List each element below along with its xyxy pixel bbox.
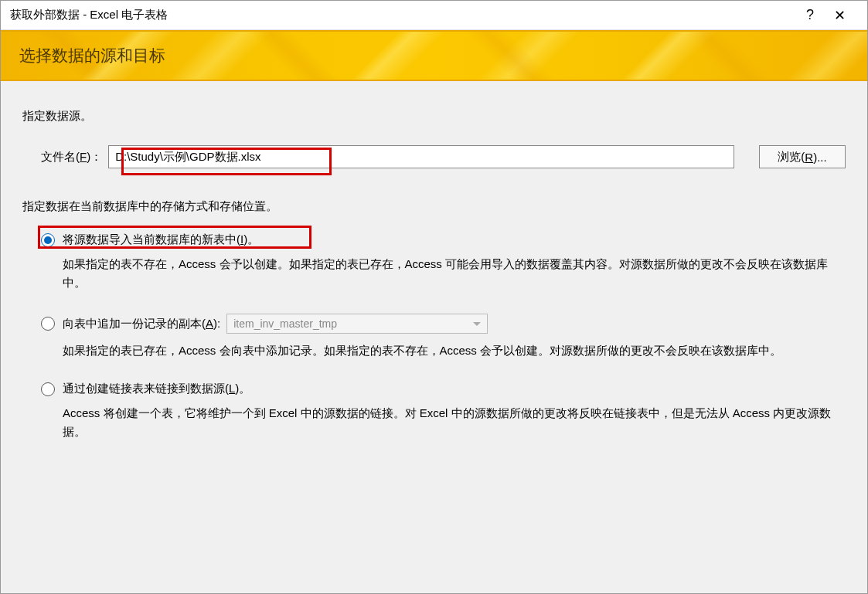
dialog-window: 获取外部数据 - Excel 电子表格 ? ✕ 选择数据的源和目标 指定数据源。…	[0, 0, 868, 594]
filename-input[interactable]	[108, 145, 734, 168]
browse-button[interactable]: 浏览(R)...	[759, 145, 846, 168]
dialog-content: 指定数据源。 文件名(F)： 浏览(R)... 指定数据在当前数据库中的存储方式…	[1, 81, 867, 441]
file-label: 文件名(F)：	[41, 150, 108, 165]
append-target-dropdown: item_inv_master_tmp	[226, 314, 488, 334]
option-import-new-table: 将源数据导入当前数据库的新表中(I)。 如果指定的表不存在，Access 会予以…	[41, 233, 846, 292]
option1-row: 将源数据导入当前数据库的新表中(I)。	[41, 233, 846, 247]
window-title: 获取外部数据 - Excel 电子表格	[10, 8, 168, 22]
wizard-banner: 选择数据的源和目标	[1, 30, 867, 81]
option2-row: 向表中追加一份记录的副本(A): item_inv_master_tmp	[41, 314, 846, 334]
option1-description: 如果指定的表不存在，Access 会予以创建。如果指定的表已存在，Access …	[63, 255, 846, 292]
close-icon[interactable]: ✕	[829, 5, 850, 25]
option2-description: 如果指定的表已存在，Access 会向表中添加记录。如果指定的表不存在，Acce…	[63, 341, 846, 360]
chevron-down-icon	[473, 322, 481, 326]
radio-link-table[interactable]	[41, 382, 55, 396]
file-row: 文件名(F)： 浏览(R)...	[41, 145, 846, 168]
banner-title: 选择数据的源和目标	[19, 45, 165, 66]
option2-label[interactable]: 向表中追加一份记录的副本(A):	[63, 317, 220, 331]
radio-append-copy[interactable]	[41, 317, 55, 331]
source-section-label: 指定数据源。	[22, 109, 846, 124]
option3-description: Access 将创建一个表，它将维护一个到 Excel 中的源数据的链接。对 E…	[63, 404, 846, 441]
titlebar-controls: ? ✕	[806, 5, 864, 25]
titlebar: 获取外部数据 - Excel 电子表格 ? ✕	[1, 1, 867, 30]
option1-label[interactable]: 将源数据导入当前数据库的新表中(I)。	[63, 233, 259, 247]
option3-label[interactable]: 通过创建链接表来链接到数据源(L)。	[63, 382, 250, 396]
option-append-copy: 向表中追加一份记录的副本(A): item_inv_master_tmp 如果指…	[41, 314, 846, 360]
help-icon[interactable]: ?	[806, 7, 814, 23]
storage-section-label: 指定数据在当前数据库中的存储方式和存储位置。	[22, 199, 846, 214]
option3-row: 通过创建链接表来链接到数据源(L)。	[41, 382, 846, 396]
radio-import-new-table[interactable]	[41, 233, 55, 247]
option-link-table: 通过创建链接表来链接到数据源(L)。 Access 将创建一个表，它将维护一个到…	[41, 382, 846, 441]
dropdown-value: item_inv_master_tmp	[233, 317, 337, 330]
